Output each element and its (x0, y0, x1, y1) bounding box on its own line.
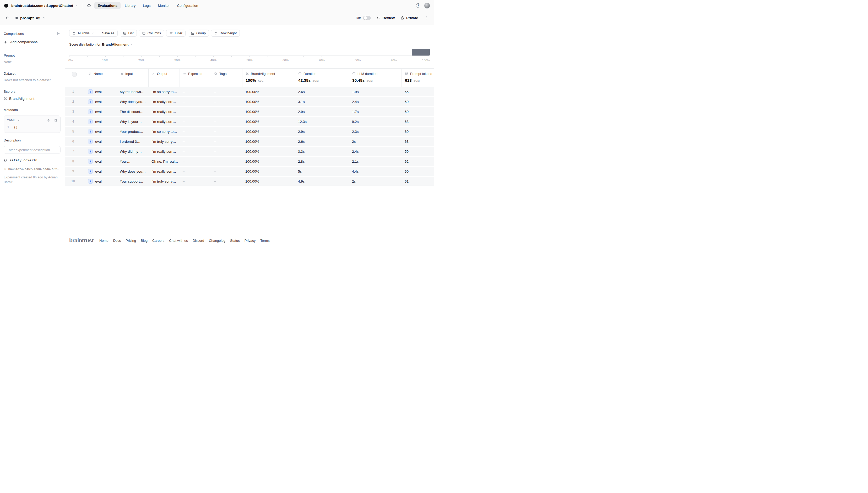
line-number: 1 (7, 126, 9, 129)
llm-duration-cell: 9.2s (349, 120, 402, 124)
column-header-input[interactable]: Input (120, 72, 145, 76)
name-cell: eval (85, 119, 117, 124)
row-height-button[interactable]: Row height (211, 29, 240, 37)
group-button[interactable]: Group (188, 29, 209, 37)
braintrust-logo-icon[interactable] (4, 4, 8, 7)
private-button[interactable]: Private (400, 16, 418, 20)
column-label: Prompt tokens (410, 72, 432, 76)
column-header-output[interactable]: Output (152, 72, 176, 76)
footer-link-status[interactable]: Status (230, 239, 240, 242)
row-number: 8 (65, 159, 85, 163)
footer-link-docs[interactable]: Docs (113, 239, 121, 242)
column-label: Expected (188, 72, 202, 76)
experiment-id-row[interactable]: ID ba464c74-a457-4d00-bad6-b32… (4, 167, 61, 171)
save-as-button[interactable]: Save as (99, 30, 118, 37)
footer-link-careers[interactable]: Careers (152, 239, 164, 242)
more-options-button[interactable] (424, 16, 429, 20)
scorer-item-brandalignment[interactable]: BrandAlignment (4, 97, 61, 101)
table-row[interactable]: 4 eval Why is your… I'm really sorr… – –… (65, 117, 434, 126)
table-row[interactable]: 8 eval Your… Oh no, I'm real… – – 100.00… (65, 157, 434, 166)
table-row[interactable]: 1 eval My refund wa… I'm so sorry fo… – … (65, 87, 434, 96)
footer-link-chat-with-us[interactable]: Chat with us (169, 239, 188, 242)
output-cell: I'm truly sorry… (148, 140, 179, 144)
score-distribution-dropdown[interactable]: Score distribution for BrandAlignment (69, 42, 133, 46)
column-header-tags[interactable]: Tags (214, 72, 239, 76)
column-label: Output (157, 72, 167, 76)
input-cell: Why is your… (117, 120, 148, 124)
dataset-section-label: Dataset (4, 71, 61, 76)
table-row[interactable]: 10 eval Your support… I'm truly sorry… –… (65, 177, 434, 186)
column-header-name[interactable]: Name (88, 72, 113, 76)
columns-button[interactable]: Columns (139, 29, 164, 37)
tab-evaluations[interactable]: Evaluations (94, 2, 121, 9)
duration-cell: 12.3s (295, 120, 349, 124)
footer-link-terms[interactable]: Terms (260, 239, 270, 242)
column-header-llm-duration[interactable]: LLM duration (352, 72, 398, 76)
tab-logs[interactable]: Logs (140, 2, 153, 9)
select-column-header (65, 69, 85, 87)
eval-bolt-icon (88, 149, 93, 154)
name-cell: eval (85, 169, 117, 174)
list-view-button[interactable]: List (120, 29, 137, 37)
collapse-sidebar-button[interactable] (57, 32, 61, 36)
eval-bolt-icon (88, 179, 93, 184)
score-cell: 100.00% (242, 130, 295, 134)
output-cell: I'm so sorry fo… (148, 90, 179, 94)
eval-bolt-icon (88, 89, 93, 94)
review-button[interactable]: Review (377, 16, 395, 20)
table-row[interactable]: 2 eval Why does you… I'm really sorr… – … (65, 97, 434, 106)
org-project-breadcrumb[interactable]: braintrustdata.com / SupportChatbot (11, 4, 73, 7)
description-input[interactable] (4, 146, 61, 154)
footer-link-blog[interactable]: Blog (141, 239, 148, 242)
footer-link-discord[interactable]: Discord (193, 239, 204, 242)
row-number: 5 (65, 130, 85, 133)
tab-monitor[interactable]: Monitor (155, 2, 173, 9)
name-value: eval (95, 179, 102, 184)
footer-link-pricing[interactable]: Pricing (126, 239, 136, 242)
name-value: eval (95, 120, 102, 124)
table-row[interactable]: 9 eval Why does you… I'm really sorr… – … (65, 167, 434, 176)
back-button[interactable] (5, 16, 10, 20)
column-header-duration[interactable]: Duration (298, 72, 346, 76)
table-row[interactable]: 7 eval Why did my… I'm really sorr… – – … (65, 147, 434, 156)
tab-library[interactable]: Library (122, 2, 139, 9)
column-header-prompt-tokens[interactable]: Prompt tokens (405, 72, 432, 76)
footer-link-changelog[interactable]: Changelog (209, 239, 226, 242)
score-cell: 100.00% (242, 159, 295, 164)
axis-tick (231, 56, 232, 57)
experiment-name-dropdown[interactable]: prompt_v2 (16, 16, 46, 20)
help-button[interactable]: ? (416, 3, 420, 8)
select-all-checkbox[interactable] (72, 72, 77, 77)
format-code-icon[interactable] (47, 119, 50, 122)
metadata-code[interactable]: {} (14, 126, 18, 129)
chevron-down-icon (130, 43, 133, 46)
save-as-label: Save as (102, 31, 114, 35)
footer-link-home[interactable]: Home (99, 239, 108, 242)
chevron-down-icon[interactable] (17, 119, 20, 122)
all-rows-button[interactable]: All rows (69, 30, 97, 37)
table-row[interactable]: 6 eval I ordered 3… I'm truly sorry… – –… (65, 137, 434, 146)
histogram-bar[interactable] (412, 49, 430, 56)
table-row[interactable]: 5 eval Your product… I'm so sorry to… – … (65, 127, 434, 136)
column-header-expected[interactable]: Expected (183, 72, 208, 76)
duration-cell: 2.8s (295, 159, 349, 164)
eval-bolt-icon (88, 99, 93, 104)
table-row[interactable]: 3 eval The discount… I'm really sorr… – … (65, 107, 434, 116)
score-cell: 100.00% (242, 110, 295, 114)
git-branch-row[interactable]: safety cd2e716 (4, 159, 61, 163)
chevron-down-icon[interactable] (75, 4, 78, 7)
filter-label: Filter (175, 31, 183, 35)
metadata-language-select[interactable]: YAML (7, 119, 16, 122)
arrow-left-icon (5, 16, 10, 20)
copy-clipboard-icon[interactable] (54, 119, 57, 122)
footer-link-privacy[interactable]: Privacy (245, 239, 256, 242)
home-button[interactable] (87, 3, 91, 8)
tab-configuration[interactable]: Configuration (174, 2, 201, 9)
add-comparisons-button[interactable]: Add comparisons (4, 40, 61, 44)
avatar[interactable] (424, 3, 430, 8)
footer-braintrust-logo[interactable]: braintrust (69, 237, 93, 243)
column-header-brandalignment[interactable]: BrandAlignment (246, 72, 292, 76)
filter-button[interactable]: Filter (166, 29, 186, 37)
diff-toggle[interactable] (363, 16, 371, 20)
created-note: Experiment created 9h ago by Adrian Barb… (4, 175, 58, 185)
